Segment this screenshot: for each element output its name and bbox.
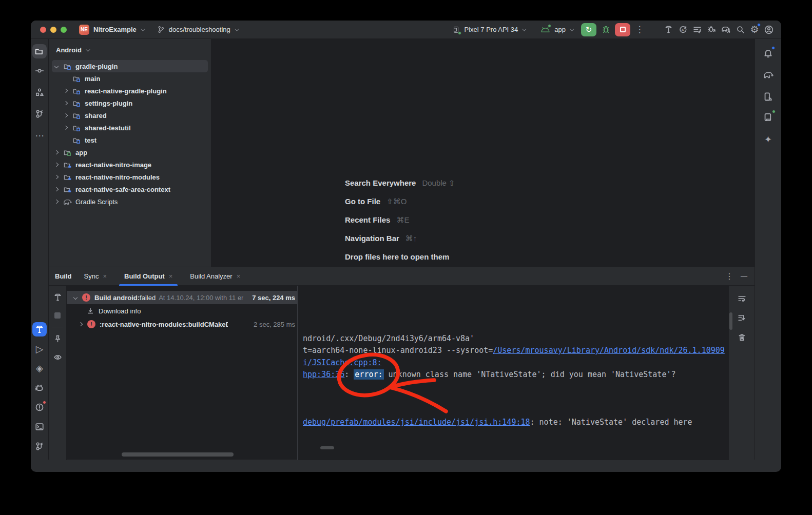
tree-item-react-native-nitro-modules[interactable]: react-native-nitro-modules	[49, 171, 211, 183]
chevron-right-icon[interactable]	[54, 187, 59, 191]
chevron-right-icon[interactable]	[54, 175, 59, 179]
gradle-sync-button[interactable]	[719, 23, 733, 37]
version-control-tool-button[interactable]	[32, 439, 47, 453]
chevron-right-icon[interactable]	[64, 101, 68, 105]
console-file-link[interactable]: hpp:36:36	[303, 370, 344, 379]
zoom-window-button[interactable]	[61, 27, 67, 33]
chevron-right-icon[interactable]	[54, 150, 59, 154]
project-tool-button[interactable]	[32, 44, 47, 58]
tree-item-react-native-nitro-image[interactable]: react-native-nitro-image	[49, 159, 211, 171]
tree-item-shared[interactable]: shared	[49, 109, 211, 122]
minimize-window-button[interactable]	[50, 27, 56, 33]
tab-build-output[interactable]: Build Output ×	[119, 267, 178, 286]
problems-tool-button[interactable]	[32, 400, 47, 414]
gradle-elephant-icon	[763, 71, 774, 79]
app-quality-insights-button[interactable]: ◈	[32, 361, 47, 375]
debug-button[interactable]	[598, 23, 613, 37]
panel-options-button[interactable]: ⋮	[725, 271, 733, 281]
trash-icon	[738, 333, 746, 342]
tab-sync[interactable]: Sync ×	[79, 267, 112, 286]
search-everywhere-button[interactable]	[733, 23, 747, 37]
run-config-selector[interactable]: app	[540, 26, 573, 33]
notifications-button[interactable]	[761, 46, 776, 61]
stop-button[interactable]	[615, 23, 630, 36]
gemini-button[interactable]: ✦	[761, 132, 776, 147]
clear-console-button[interactable]	[734, 330, 749, 344]
stop-build-button[interactable]	[50, 308, 65, 323]
tree-item-settings-plugin[interactable]: settings-plugin	[49, 97, 211, 109]
apply-code-changes-button[interactable]	[704, 23, 719, 37]
console-line: :	[344, 370, 354, 379]
build-result-row[interactable]: Build android: failed At 14.10.24, 12:00…	[67, 291, 297, 304]
horizontal-scrollbar[interactable]	[122, 452, 234, 457]
bell-icon	[763, 49, 773, 58]
restart-build-button[interactable]	[50, 290, 65, 304]
more-tools-button[interactable]: ⋯	[32, 128, 47, 143]
chevron-right-icon[interactable]	[54, 200, 59, 204]
tab-build-analyzer[interactable]: Build Analyzer ×	[185, 267, 245, 286]
console-file-link[interactable]: debug/prefab/modules/jsi/include/jsi/jsi…	[303, 418, 530, 427]
running-devices-button[interactable]	[761, 110, 776, 124]
apply-changes-button[interactable]	[675, 23, 690, 37]
terminal-tool-button[interactable]	[32, 420, 47, 434]
terminal-icon	[35, 422, 44, 431]
console-horizontal-scrollbar[interactable]	[320, 446, 334, 449]
project-name[interactable]: NitroExample	[93, 26, 137, 33]
tree-item-react-native-safe-area-context[interactable]: react-native-safe-area-context	[49, 183, 211, 195]
device-selector[interactable]: Pixel 7 Pro API 34	[452, 26, 526, 34]
tree-item-gradle-scripts[interactable]: Gradle Scripts	[49, 195, 211, 208]
scroll-to-end-button[interactable]	[734, 310, 749, 325]
module-folder-icon	[63, 63, 72, 70]
branch-widget[interactable]: docs/troubleshooting	[157, 26, 238, 33]
chevron-right-icon[interactable]	[64, 89, 68, 93]
logcat-tool-button[interactable]	[32, 381, 47, 395]
close-icon[interactable]: ×	[169, 272, 173, 280]
console-line: t=aarch64-none-linux-android23 --sysroot…	[303, 346, 493, 355]
build-duration: 7 sec, 224 ms	[249, 291, 295, 304]
chevron-right-icon[interactable]	[54, 163, 59, 167]
close-window-button[interactable]	[40, 27, 46, 33]
download-info-row[interactable]: Download info	[67, 304, 297, 318]
chevron-down-icon[interactable]	[73, 295, 78, 300]
structure-tool-button[interactable]	[32, 85, 47, 100]
tab-label: Build Output	[124, 272, 165, 280]
more-run-actions-button[interactable]: ⋮	[632, 23, 647, 37]
commit-tool-button[interactable]	[32, 64, 47, 78]
shortcut-keys: Double ⇧	[422, 179, 455, 188]
chevron-right-icon[interactable]	[79, 322, 83, 326]
vcs-tool-button[interactable]	[32, 107, 47, 121]
failed-task-label: :react-native-nitro-modules:buildCMakeDe…	[100, 321, 228, 328]
build-variants-button[interactable]	[690, 23, 704, 37]
build-tool-button[interactable]	[32, 322, 47, 336]
tree-item-shared-testutil[interactable]: shared-testutil	[49, 122, 211, 134]
console-file-link[interactable]: i/JSICache.cpp:8:	[303, 358, 382, 367]
tree-item-gradle-plugin[interactable]: gradle-plugin	[52, 60, 208, 72]
filters-button[interactable]	[50, 350, 65, 364]
tree-item-react-native-gradle-plugin[interactable]: react-native-gradle-plugin	[49, 85, 211, 97]
close-icon[interactable]: ×	[237, 272, 241, 280]
close-icon[interactable]: ×	[103, 272, 107, 280]
gradle-tool-button[interactable]	[761, 68, 776, 82]
device-manager-button[interactable]	[761, 89, 776, 104]
account-button[interactable]	[762, 23, 776, 37]
left-tool-strip: ⋯ ▷ ◈	[31, 39, 49, 460]
settings-button[interactable]: ⚙	[747, 23, 762, 37]
rerun-button[interactable]: ↻	[581, 23, 596, 36]
pin-tab-button[interactable]	[50, 331, 65, 346]
branch-icon	[157, 26, 165, 33]
chevron-right-icon[interactable]	[64, 113, 68, 117]
tree-item-app[interactable]: app	[49, 146, 211, 159]
console-file-link[interactable]: /Users/mrousavy/Library/Android/sdk/ndk/…	[493, 346, 725, 355]
run-tool-button[interactable]: ▷	[32, 342, 47, 356]
chevron-down-icon[interactable]	[54, 64, 59, 68]
failed-task-row[interactable]: :react-native-nitro-modules:buildCMakeDe…	[67, 318, 297, 331]
soft-wrap-button[interactable]	[734, 291, 749, 305]
build-project-button[interactable]	[661, 23, 675, 37]
tree-item-main[interactable]: main	[49, 72, 211, 85]
tree-item-test[interactable]: test	[49, 134, 211, 146]
project-view-selector[interactable]: Android	[49, 39, 211, 54]
chevron-right-icon[interactable]	[64, 126, 68, 130]
vertical-scrollbar[interactable]	[729, 312, 732, 330]
stop-icon	[620, 27, 626, 32]
hide-panel-button[interactable]: —	[741, 272, 747, 280]
